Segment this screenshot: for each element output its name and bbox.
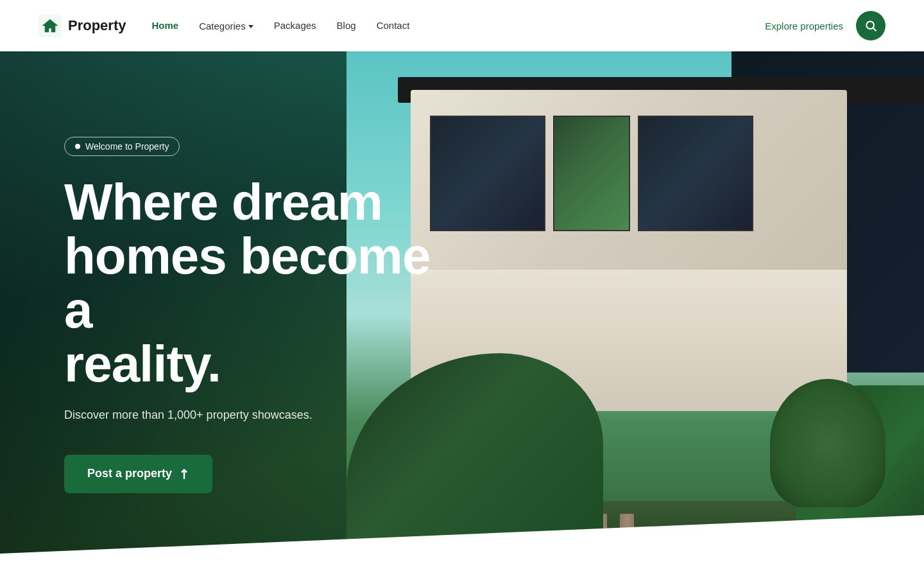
- nav-left: Property Home Categories Packages Blog C…: [38, 14, 409, 37]
- hero-title-line1: Where dream: [64, 173, 382, 231]
- nav-item-categories[interactable]: Categories: [199, 21, 253, 31]
- brand-name: Property: [68, 17, 126, 34]
- hero-title-line3: reality.: [64, 335, 221, 392]
- nav-item-blog[interactable]: Blog: [337, 20, 356, 31]
- logo-link[interactable]: Property: [38, 14, 126, 37]
- badge-label: Welcome to Property: [85, 141, 169, 152]
- nav-link-home[interactable]: Home: [151, 20, 178, 31]
- hero-title: Where dream homes become a reality.: [64, 175, 436, 391]
- explore-properties-link[interactable]: Explore properties: [765, 21, 843, 31]
- nav-link-categories[interactable]: Categories: [199, 21, 253, 31]
- arrow-icon: ↗: [175, 464, 193, 483]
- nav-link-packages[interactable]: Packages: [274, 20, 316, 31]
- nav-link-contact[interactable]: Contact: [377, 20, 410, 31]
- hero-content: Welcome to Property Where dream homes be…: [0, 51, 924, 578]
- nav-item-contact[interactable]: Contact: [377, 20, 410, 31]
- hero-section: Welcome to Property Where dream homes be…: [0, 51, 924, 578]
- cta-label: Post a property: [87, 467, 172, 480]
- welcome-badge: Welcome to Property: [64, 137, 180, 156]
- navbar: Property Home Categories Packages Blog C…: [0, 0, 924, 51]
- logo-icon: [38, 14, 62, 37]
- nav-link-blog[interactable]: Blog: [337, 20, 356, 31]
- post-property-button[interactable]: Post a property ↗: [64, 455, 212, 493]
- nav-right: Explore properties: [765, 11, 886, 40]
- svg-point-1: [866, 21, 874, 29]
- search-icon: [864, 19, 877, 32]
- badge-dot-icon: [75, 144, 80, 149]
- nav-links: Home Categories Packages Blog Contact: [151, 20, 409, 31]
- hero-title-line2: homes become a: [64, 227, 430, 338]
- chevron-down-icon: [248, 25, 253, 28]
- nav-item-packages[interactable]: Packages: [274, 20, 316, 31]
- svg-line-2: [873, 28, 877, 31]
- hero-subtitle: Discover more than 1,000+ property showc…: [64, 407, 359, 424]
- search-button[interactable]: [856, 11, 886, 40]
- nav-item-home[interactable]: Home: [151, 20, 178, 31]
